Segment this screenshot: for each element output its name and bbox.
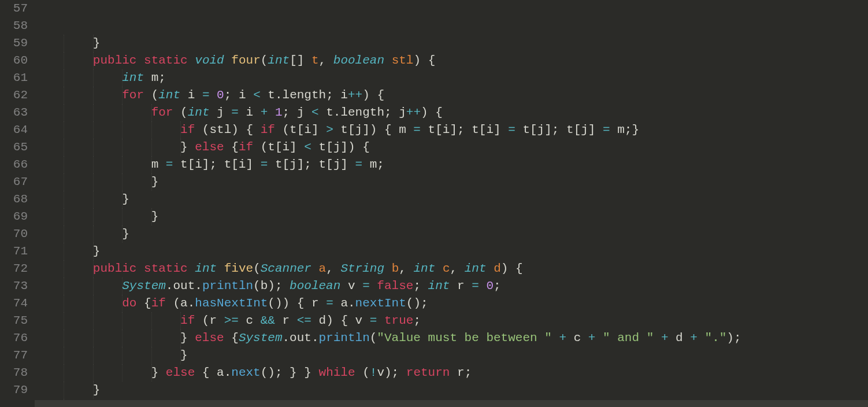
- line-number: 65: [0, 139, 28, 156]
- code-line[interactable]: if (r >= c && r <= d) { v = true;: [35, 312, 868, 330]
- code-editor[interactable]: 5758596061626364656667686970717273747576…: [0, 0, 868, 407]
- line-number: 73: [0, 278, 28, 295]
- line-number: 69: [0, 208, 28, 225]
- code-line[interactable]: }: [35, 35, 868, 52]
- code-line[interactable]: }: [35, 243, 868, 260]
- code-line[interactable]: public static int five(Scanner a, String…: [35, 260, 868, 278]
- line-number: 77: [0, 347, 28, 364]
- line-number: 70: [0, 225, 28, 243]
- code-line[interactable]: for (int i = 0; i < t.length; i++) {: [35, 87, 868, 104]
- code-line[interactable]: }: [35, 191, 868, 208]
- line-number-gutter: 5758596061626364656667686970717273747576…: [0, 0, 35, 407]
- line-number: 67: [0, 173, 28, 191]
- line-number: 57: [0, 0, 28, 17]
- line-number: 64: [0, 121, 28, 139]
- line-number: 62: [0, 87, 28, 104]
- horizontal-scrollbar[interactable]: [35, 400, 868, 407]
- code-line[interactable]: } else { a.next(); } } while (!v); retur…: [35, 364, 868, 382]
- line-number: 74: [0, 295, 28, 312]
- code-line[interactable]: }: [35, 225, 868, 243]
- code-line[interactable]: for (int j = i + 1; j < t.length; j++) {: [35, 104, 868, 121]
- line-number: 79: [0, 382, 28, 399]
- line-number: 58: [0, 17, 28, 35]
- line-number: 59: [0, 35, 28, 52]
- code-line[interactable]: }: [35, 208, 868, 225]
- code-line[interactable]: } else {System.out.println("Value must b…: [35, 330, 868, 347]
- line-number: 71: [0, 243, 28, 260]
- code-line[interactable]: } else {if (t[i] < t[j]) {: [35, 139, 868, 156]
- code-line[interactable]: System.out.println(b); boolean v = false…: [35, 278, 868, 295]
- line-number: 68: [0, 191, 28, 208]
- code-line[interactable]: int m;: [35, 69, 868, 87]
- line-number: 78: [0, 364, 28, 382]
- code-line[interactable]: if (stl) { if (t[i] > t[j]) { m = t[i]; …: [35, 121, 868, 139]
- code-line[interactable]: do {if (a.hasNextInt()) { r = a.nextInt(…: [35, 295, 868, 312]
- code-line[interactable]: }: [35, 382, 868, 399]
- code-line[interactable]: public static void four(int[] t, boolean…: [35, 52, 868, 69]
- code-line[interactable]: m = t[i]; t[i] = t[j]; t[j] = m;: [35, 156, 868, 173]
- line-number: 61: [0, 69, 28, 87]
- code-line[interactable]: }: [35, 173, 868, 191]
- line-number: 66: [0, 156, 28, 173]
- line-number: 60: [0, 52, 28, 69]
- line-number: 76: [0, 330, 28, 347]
- line-number: 63: [0, 104, 28, 121]
- code-line[interactable]: }: [35, 347, 868, 364]
- line-number: 72: [0, 260, 28, 278]
- code-area[interactable]: } public static void four(int[] t, boole…: [35, 0, 868, 407]
- line-number: 75: [0, 312, 28, 330]
